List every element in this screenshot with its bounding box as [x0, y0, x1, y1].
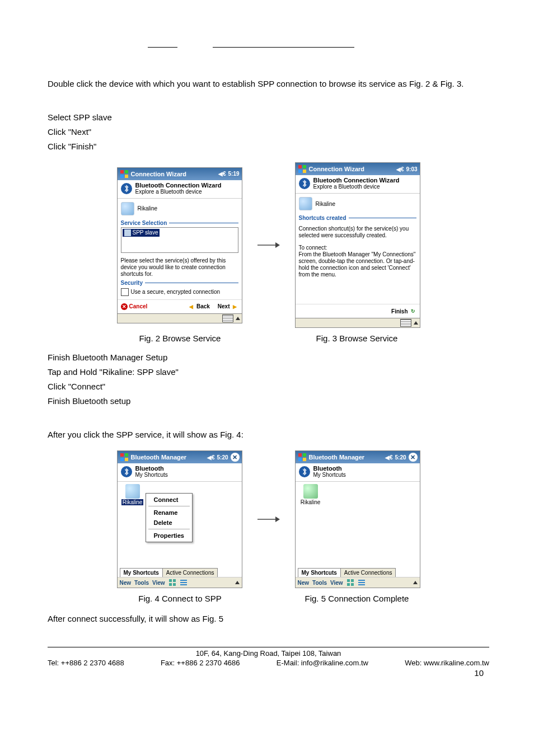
- footer-contacts: Tel: ++886 2 2370 4688 Fax: ++886 2 2370…: [48, 659, 489, 667]
- sip-up-icon[interactable]: [236, 317, 240, 320]
- fig2-security-group-label: Security: [121, 280, 238, 286]
- menu-tools[interactable]: Tools: [312, 580, 327, 586]
- fig2-hint-text: Please select the service(s) offered by …: [121, 257, 238, 278]
- svg-rect-18: [180, 580, 187, 581]
- sip-up-icon[interactable]: [235, 581, 240, 584]
- start-icon[interactable]: [298, 453, 307, 462]
- view-icon-2[interactable]: [358, 579, 366, 586]
- checkbox-icon[interactable]: [121, 288, 129, 296]
- fig2-service-item[interactable]: SPP slave: [123, 229, 160, 237]
- fig5-menubar: New Tools View: [296, 577, 420, 588]
- ctx-delete[interactable]: Delete: [146, 518, 192, 528]
- view-icon-1[interactable]: [346, 579, 354, 586]
- fig3-footer: Finish↻: [296, 304, 420, 318]
- mid-paragraph: After you click the SPP service, it will…: [48, 429, 489, 440]
- step-b-4: Finish Bluetooth setup: [48, 396, 489, 407]
- start-icon[interactable]: [298, 165, 307, 173]
- fig5-caption: Fig. 5 Connection Complete: [295, 594, 419, 603]
- fig2-tray: ◀€ 5:19: [218, 171, 240, 177]
- menu-tools[interactable]: Tools: [134, 580, 149, 586]
- menu-new[interactable]: New: [298, 580, 310, 586]
- figures-row-1: Connection Wizard ◀€ 5:19 Bluetooth Conn…: [48, 162, 489, 328]
- fig2-footer: ✕Cancel ◀Back Next▶: [118, 299, 242, 313]
- cancel-button[interactable]: ✕Cancel: [121, 303, 148, 310]
- menu-view[interactable]: View: [152, 580, 165, 586]
- fig4-caption: Fig. 4 Connect to SPP: [118, 594, 242, 603]
- menu-view[interactable]: View: [330, 580, 343, 586]
- fig5-tray: ◀€ 5:20 ✕: [385, 453, 418, 462]
- fig2-title-text: Connection Wizard: [131, 171, 187, 177]
- svg-rect-25: [298, 458, 302, 461]
- menu-new[interactable]: New: [120, 580, 132, 586]
- fig5-screenshot: Bluetooth Manager ◀€ 5:20 ✕ Bluetooth My…: [295, 450, 420, 588]
- close-icon[interactable]: ✕: [409, 453, 418, 462]
- fig2-secure-checkbox[interactable]: Use a secure, encrypted connection: [121, 288, 238, 296]
- fig5-shortcut-area: Rikaline: [296, 482, 420, 568]
- view-icon-2[interactable]: [180, 579, 188, 586]
- svg-rect-16: [169, 583, 172, 586]
- bluetooth-icon: [299, 178, 310, 189]
- fig4-titlebar: Bluetooth Manager ◀€ 5:20 ✕: [118, 451, 242, 463]
- fig3-device-name: Rikaline: [316, 201, 336, 207]
- tab-my-shortcuts[interactable]: My Shortcuts: [120, 568, 163, 577]
- speaker-icon: ◀€: [396, 166, 404, 172]
- intro-paragraph: Double click the device with which you w…: [48, 78, 489, 90]
- svg-rect-31: [358, 580, 365, 581]
- svg-rect-28: [351, 579, 354, 582]
- step-b-2: Tap and Hold "Rikaline: SPP slave": [48, 367, 489, 378]
- footer-address: 10F, 64, Kang-Ding Road, Taipei 108, Tai…: [48, 649, 489, 658]
- svg-rect-20: [180, 584, 187, 585]
- fig5-titlebar: Bluetooth Manager ◀€ 5:20 ✕: [296, 451, 420, 463]
- sip-keyboard-icon[interactable]: [222, 314, 233, 322]
- fig5-shortcut-item[interactable]: Rikaline: [297, 484, 325, 505]
- footer-fax: Fax: ++886 2 2370 4686: [161, 659, 240, 667]
- svg-marker-5: [275, 242, 280, 248]
- svg-rect-6: [298, 165, 302, 168]
- step-b-3: Click "Connect": [48, 381, 489, 392]
- fig2-service-list[interactable]: SPP slave: [121, 227, 238, 253]
- service-icon: [124, 229, 131, 236]
- sip-up-icon[interactable]: [413, 581, 418, 584]
- ctx-rename[interactable]: Rename: [146, 508, 192, 518]
- steps-group-a: Select SPP slave Click "Next" Click "Fin…: [48, 112, 489, 152]
- page-number: 10: [474, 668, 484, 678]
- sip-keyboard-icon[interactable]: [400, 319, 411, 327]
- svg-rect-12: [120, 458, 124, 461]
- fig2-caption: Fig. 2 Browse Service: [118, 334, 242, 343]
- ctx-connect[interactable]: Connect: [146, 495, 192, 505]
- fig2-device: Rikaline: [121, 202, 238, 215]
- shortcut-icon: [125, 484, 140, 499]
- back-button[interactable]: ◀Back: [188, 303, 210, 310]
- ctx-properties[interactable]: Properties: [146, 530, 192, 541]
- fig4-shortcut-item[interactable]: Rikaline: [119, 484, 147, 505]
- fig3-msg2: To connect: From the Bluetooth Manager "…: [299, 245, 416, 278]
- finish-button[interactable]: Finish↻: [391, 308, 416, 314]
- end-paragraph: After connect successfully, it will show…: [48, 613, 489, 624]
- fig4-time: 5:20: [217, 454, 228, 461]
- svg-rect-1: [125, 170, 128, 173]
- arrow-right-icon: [258, 516, 279, 523]
- svg-rect-24: [303, 453, 306, 457]
- fig2-sysbar: [118, 313, 242, 323]
- view-icon-1[interactable]: [168, 579, 176, 586]
- fig5-sub-title: Bluetooth: [313, 465, 342, 472]
- caption-row-2: Fig. 4 Connect to SPP Fig. 5 Connection …: [48, 594, 489, 603]
- fig2-subheader: Bluetooth Connection Wizard Explore a Bl…: [118, 180, 242, 199]
- fig3-sysbar: [296, 318, 420, 327]
- tab-my-shortcuts[interactable]: My Shortcuts: [298, 568, 341, 577]
- start-icon[interactable]: [120, 453, 129, 462]
- fig3-titlebar: Connection Wizard ◀€ 9:03: [296, 163, 420, 175]
- fig3-time: 9:03: [406, 166, 417, 172]
- footer-web: Web: www.rikaline.com.tw: [405, 659, 489, 667]
- bluetooth-icon: [121, 183, 132, 194]
- fig3-subheader: Bluetooth Connection Wizard Explore a Bl…: [296, 175, 420, 194]
- svg-rect-10: [120, 453, 124, 457]
- tab-active-connections[interactable]: Active Connections: [340, 568, 396, 577]
- svg-rect-0: [120, 170, 124, 173]
- tab-active-connections[interactable]: Active Connections: [162, 568, 218, 577]
- close-icon[interactable]: ✕: [231, 453, 240, 462]
- fig4-title-text: Bluetooth Manager: [131, 454, 187, 461]
- start-icon[interactable]: [120, 170, 129, 179]
- sip-up-icon[interactable]: [414, 321, 418, 325]
- next-button[interactable]: Next▶: [218, 303, 238, 310]
